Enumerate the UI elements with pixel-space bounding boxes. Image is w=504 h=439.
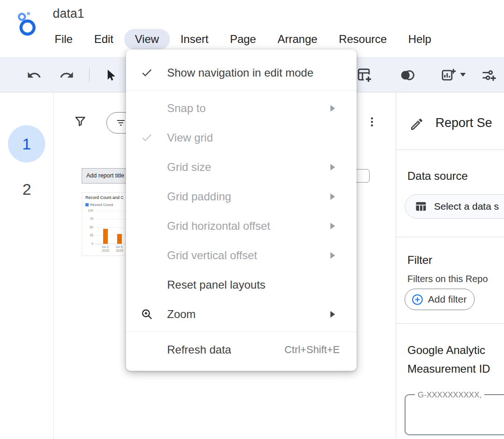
checkmark-icon bbox=[126, 66, 167, 79]
data-source-table-icon bbox=[414, 200, 427, 213]
document-title[interactable]: data1 bbox=[53, 7, 84, 21]
add-chart-caret-icon[interactable] bbox=[460, 73, 466, 77]
add-chart-icon[interactable] bbox=[441, 67, 456, 83]
chart-legend: Record Count bbox=[85, 203, 113, 207]
add-circle-icon bbox=[411, 293, 424, 306]
menu-item-grid-vertical-offset: Grid vertical offset bbox=[126, 241, 357, 270]
menu-item-label: Grid size bbox=[167, 161, 357, 174]
divider bbox=[396, 237, 504, 237]
filter-heading: Filter bbox=[407, 254, 504, 267]
measurement-id-input[interactable]: G-XXXXXXXXXX, bbox=[405, 394, 504, 435]
menu-item-label: Grid padding bbox=[167, 190, 357, 203]
add-filter-label: Add filter bbox=[428, 294, 467, 305]
submenu-arrow-icon bbox=[330, 223, 335, 229]
menu-item-label: Snap to bbox=[167, 102, 357, 115]
app-header: data1 File Edit View Insert Page Arrange… bbox=[0, 0, 504, 57]
filter-funnel-icon[interactable] bbox=[73, 114, 87, 130]
menu-item-label: Reset panel layouts bbox=[167, 278, 357, 291]
menu-item-grid-size: Grid size bbox=[126, 152, 357, 182]
menu-item-view-grid: View grid bbox=[126, 123, 357, 152]
add-filter-button[interactable]: Add filter bbox=[405, 289, 475, 310]
menu-edit[interactable]: Edit bbox=[84, 29, 124, 50]
add-control-icon[interactable] bbox=[481, 67, 497, 83]
select-data-source-button[interactable]: Select a data s bbox=[405, 194, 504, 219]
page-1-button[interactable]: 1 bbox=[8, 125, 45, 163]
ga-heading-line2: Measurement ID bbox=[407, 362, 504, 375]
chart-ytick-label: 0 bbox=[83, 242, 93, 245]
select-cursor-icon[interactable] bbox=[103, 67, 119, 83]
menu-item-shortcut: Ctrl+Shift+E bbox=[284, 344, 340, 356]
panel-title: Report Se bbox=[435, 116, 504, 130]
menu-item-grid-padding: Grid padding bbox=[126, 182, 357, 211]
looker-studio-app: data1 File Edit View Insert Page Arrange… bbox=[0, 0, 504, 439]
redo-icon[interactable] bbox=[59, 67, 75, 83]
menu-page[interactable]: Page bbox=[219, 29, 267, 50]
submenu-arrow-icon bbox=[330, 105, 335, 112]
menu-arrange[interactable]: Arrange bbox=[267, 29, 328, 50]
undo-icon[interactable] bbox=[26, 67, 42, 83]
select-data-source-label: Select a data s bbox=[434, 201, 499, 212]
more-options-kebab-icon[interactable] bbox=[366, 116, 378, 130]
menu-file[interactable]: File bbox=[44, 29, 84, 50]
chart-ytick-label: 75 bbox=[83, 217, 93, 220]
data-source-heading: Data source bbox=[407, 170, 504, 183]
divider bbox=[396, 323, 504, 324]
toolbar-separator bbox=[89, 68, 90, 82]
chart-ytick-label: 50 bbox=[83, 226, 93, 229]
ga-heading-line1: Google Analytic bbox=[407, 344, 504, 357]
zoom-icon bbox=[126, 308, 167, 320]
menu-separator bbox=[126, 332, 357, 332]
submenu-arrow-icon bbox=[330, 311, 335, 318]
chart-legend-swatch bbox=[85, 203, 89, 206]
menu-item-label: Show navigation in edit mode bbox=[167, 66, 357, 79]
submenu-arrow-icon bbox=[330, 164, 335, 170]
menu-resource[interactable]: Resource bbox=[328, 29, 398, 50]
menu-item-reset-panel-layouts[interactable]: Reset panel layouts bbox=[126, 270, 357, 299]
chart-ytick-label: 25 bbox=[83, 234, 93, 237]
menu-item-label: Zoom bbox=[167, 308, 357, 321]
add-data-icon[interactable] bbox=[357, 67, 372, 83]
edit-pencil-icon bbox=[409, 117, 424, 134]
menu-help[interactable]: Help bbox=[398, 29, 442, 50]
menu-separator bbox=[126, 90, 357, 91]
page-navigation: 1 2 bbox=[0, 92, 54, 439]
menubar: File Edit View Insert Page Arrange Resou… bbox=[44, 29, 442, 50]
menu-item-label: View grid bbox=[167, 131, 357, 144]
view-menu-dropdown: Show navigation in edit mode Snap to Vie… bbox=[126, 50, 357, 371]
menu-item-snap-to: Snap to bbox=[126, 93, 357, 123]
chart-ytick-label: 100 bbox=[83, 209, 93, 212]
divider bbox=[396, 149, 504, 150]
menu-view[interactable]: View bbox=[124, 29, 170, 50]
report-settings-panel: Report Se Data source Select a data s Fi… bbox=[396, 92, 504, 439]
menu-item-label: Grid horizontal offset bbox=[167, 220, 357, 233]
page-2-button[interactable]: 2 bbox=[0, 180, 54, 198]
chart-bar bbox=[103, 229, 108, 244]
menu-item-grid-horizontal-offset: Grid horizontal offset bbox=[126, 211, 357, 241]
submenu-arrow-icon bbox=[330, 252, 335, 259]
menu-item-label: Grid vertical offset bbox=[167, 249, 357, 262]
checkmark-icon bbox=[126, 131, 167, 144]
input-floating-label: G-XXXXXXXXXX, bbox=[415, 390, 484, 400]
menu-insert[interactable]: Insert bbox=[170, 29, 219, 50]
menu-item-show-navigation[interactable]: Show navigation in edit mode bbox=[126, 58, 357, 87]
looker-studio-logo-icon[interactable] bbox=[16, 11, 38, 39]
menu-item-zoom[interactable]: Zoom bbox=[126, 299, 357, 329]
menu-item-refresh-data[interactable]: Refresh data Ctrl+Shift+E bbox=[126, 335, 357, 364]
filter-lines-icon bbox=[115, 117, 126, 128]
chart-legend-label: Record Count bbox=[90, 203, 113, 207]
blend-data-icon[interactable] bbox=[399, 67, 415, 83]
submenu-arrow-icon bbox=[330, 193, 335, 200]
filter-description: Filters on this Repo bbox=[407, 274, 504, 284]
chart-bar bbox=[117, 234, 122, 244]
